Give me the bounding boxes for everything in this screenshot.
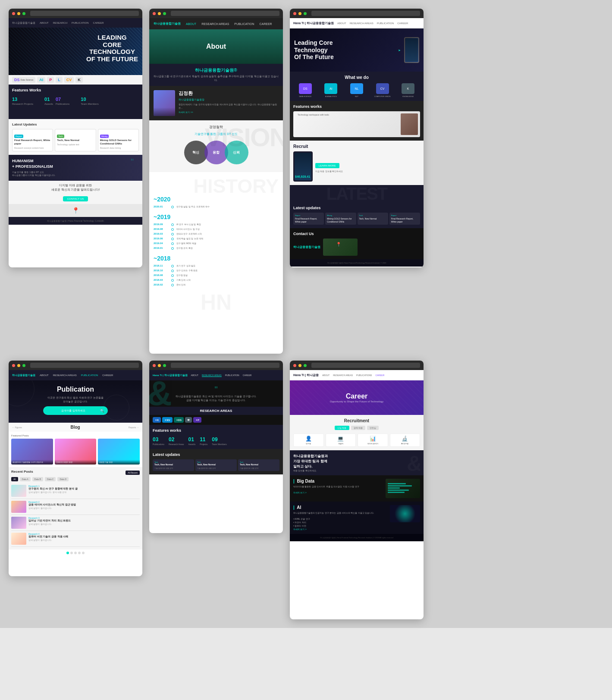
c5-nav-pub[interactable]: PUBLICATION (225, 374, 239, 377)
c2-read-more[interactable]: 자세히 보기 >> (179, 111, 279, 113)
page-dot-2[interactable] (70, 552, 73, 554)
c4-nav-about[interactable]: ABOUT (40, 374, 49, 377)
c2-hero: About (149, 29, 283, 64)
tab-data-d[interactable]: Data D (57, 477, 69, 481)
post-item-2[interactable]: Research 2 금융 데이터 사이언스의 혁신적 접근 방법 상세 설명이… (11, 499, 140, 515)
c2-nav-career[interactable]: CAREER (259, 22, 272, 25)
card-about-page: 하나금융융합기술원 ABOUT RESEARCH AREAS PUBLICATI… (149, 9, 283, 354)
update-card-1[interactable]: Report Final Research Report, White pape… (12, 129, 53, 151)
latest-card-4[interactable]: Report Final Research Report, White pape… (389, 213, 420, 225)
chip-nv-research[interactable]: ⚬NV (162, 417, 172, 423)
c2-nav-research[interactable]: RESEARCH AREAS (201, 22, 229, 25)
card-research-areas: Hana Ti | 하나금융융합기술원 ABOUT RESEARCH AREAS… (149, 361, 283, 533)
ai-more[interactable]: 자세히 보기 > (293, 528, 386, 530)
page-dot-1[interactable] (66, 552, 69, 554)
c2-nav-logo: 하나금융융합기술원 (154, 22, 181, 26)
chip-cv[interactable]: CV (64, 77, 74, 83)
tab-data-a[interactable]: Data A (20, 477, 31, 481)
c6-nav-research[interactable]: RESEARCH AREAS (333, 374, 353, 377)
c6-tab-intern[interactable]: 인턴십 (367, 426, 379, 430)
c6-nav-about[interactable]: ABOUT (322, 374, 330, 377)
featured-post-3[interactable]: 새로운 기술 동향 (98, 439, 140, 465)
page-dot-4[interactable] (78, 552, 81, 554)
c6-nav-career[interactable]: CAREER (375, 374, 384, 377)
c3-recruit-btn[interactable]: LEARN MORE (315, 163, 339, 168)
c3-nav-research[interactable]: RESEARCH AREAS (350, 22, 373, 25)
c6-tab-experienced[interactable]: 경력 채용 (351, 426, 365, 430)
history-bg-text: HISTORY (154, 176, 279, 196)
latest-item-1[interactable]: Tech Tech, New Normal 기술 업데이트 내용 요약 (153, 459, 194, 471)
all-recent-btn[interactable]: All Recent (126, 471, 140, 475)
c4-nav-career[interactable]: CAREER (102, 374, 113, 377)
chip-ai[interactable]: AI (37, 77, 45, 83)
timeline-dot-11 (171, 279, 174, 282)
c4-search-bar[interactable]: 검색어를 입력하세요 🔍 (43, 406, 108, 415)
job-analyst[interactable]: 📊 데이터 분석가 (358, 433, 388, 447)
c5-nav-about[interactable]: ABOUT (191, 374, 198, 377)
vision-bg-text: VISION (205, 122, 283, 152)
update-title-2: Tech, New Normal (57, 139, 94, 142)
update-card-2[interactable]: Tech Tech, New Normal Technology update … (55, 129, 96, 151)
c2-nav-about[interactable]: ABOUT (186, 22, 196, 25)
c2-nav-pub[interactable]: PUBLICATION (234, 22, 254, 25)
recruit-phone-stat: $46,928.41 (295, 175, 310, 178)
featured-post-2[interactable]: 인테리어 트렌드 동향 (55, 439, 97, 465)
tab-data-c[interactable]: Data C (45, 477, 56, 481)
tab-data-b[interactable]: Data B (32, 477, 43, 481)
latest-item-3[interactable]: Tech Tech, New Normal 기술 업데이트 내용 요약 (238, 459, 279, 471)
c3-nav-about[interactable]: ABOUT (337, 22, 346, 25)
c1-nav-career[interactable]: CAREER (93, 22, 104, 24)
post-item-4[interactable]: Research 4 컴퓨터 비전 기술의 금융 적용 사례 상세 설명이 들어… (11, 531, 140, 547)
chip-l[interactable]: L (56, 77, 63, 83)
c4-nav-research[interactable]: RESEARCH AREAS (53, 374, 77, 377)
latest-tag-2: Mining (327, 214, 354, 217)
job-developer[interactable]: 💻 개발자 (326, 433, 356, 447)
chip-ds[interactable]: DS Data Science (12, 77, 35, 83)
c6-hero-title: Career (346, 392, 368, 400)
job-researcher[interactable]: 👤 연구원 (293, 433, 324, 447)
timeline-date-201803: 2018.03 (154, 279, 169, 281)
c5-nav-research[interactable]: RESEARCH AREAS (202, 374, 222, 377)
feat-stat-02: 02 Research Areas (169, 435, 184, 446)
bigdata-more[interactable]: 자세히 보기 > (293, 491, 382, 494)
bigdata-title-text: Big Data (297, 479, 315, 483)
browser-dot-green-4 (22, 364, 25, 367)
post-item-3[interactable]: Research 3 딥러닝 기반 자연어 처리 최신 트렌드 상세 설명이 들… (11, 515, 140, 531)
c3-nav-career[interactable]: CAREER (397, 22, 408, 25)
latest-card-2[interactable]: Mining Mining GOLD Sensors for Condition… (325, 213, 356, 225)
job-ai-researcher[interactable]: 🔬 AI 연구원 (390, 433, 421, 447)
chip-ds-research[interactable]: ⚬DS (174, 417, 184, 423)
latest-item-2[interactable]: Tech Tech, New Normal 기술 업데이트 내용 요약 (195, 459, 237, 471)
c6-tab-new[interactable]: 신입 채용 (335, 426, 349, 430)
chip-p[interactable]: P (47, 77, 54, 83)
post-title-2: 금융 데이터 사이언스의 혁신적 접근 방법 (28, 503, 140, 507)
c1-nav-pub[interactable]: PUBLICATION (72, 22, 89, 24)
c1-nav-research[interactable]: RESEARCH (53, 22, 67, 24)
c4-nav-pub[interactable]: PUBLICATION (81, 374, 98, 377)
page-dot-5[interactable] (82, 552, 85, 554)
latest-card-3[interactable]: Tech Tech, New Normal (358, 213, 388, 225)
update-card-3[interactable]: Mining Mining GOLD Sensors for Condition… (98, 129, 139, 151)
featured-post-1[interactable]: 음성분석의 기술동향을 스피치 관점으로 (11, 439, 53, 465)
latest-item-3-desc: 기술 업데이트 내용 요약 (240, 467, 278, 469)
browser-dot-green (22, 12, 25, 15)
tab-all[interactable]: All (11, 477, 18, 481)
chip-p-research[interactable]: ⚬P (193, 417, 201, 423)
c3-recruit-content: $46,928.41 LEARN MORE 지금 채용 정보를 확인하세요 (293, 151, 420, 182)
page-dot-3[interactable] (74, 552, 77, 554)
service-ds-icon: DS (299, 83, 312, 94)
c6-nav-pub[interactable]: PUBLICATIONS (356, 374, 372, 377)
chip-k-research[interactable]: ⚬K (153, 417, 161, 423)
contact-us-button[interactable]: CONTACT US (63, 196, 88, 201)
chip-k-label: ⚬K (155, 418, 159, 421)
c1-nav-about[interactable]: ABOUT (40, 22, 49, 24)
chip-k[interactable]: K (75, 77, 83, 83)
browser-dot-yellow-2 (158, 12, 161, 15)
c5-nav-career[interactable]: CAREER (243, 374, 252, 377)
post-item-1[interactable]: Research 1 연구원의 최신 AI 연구 동향에 대한 분석 글 상세 … (11, 483, 140, 499)
c3-nav-pub[interactable]: PUBLICATION (377, 22, 394, 25)
latest-card-1[interactable]: Report Final Research Report, White pape… (293, 213, 324, 225)
browser-dot-yellow (17, 12, 20, 15)
latest-item-1-desc: 기술 업데이트 내용 요약 (154, 467, 192, 469)
chip-eye-research[interactable]: 👁 (185, 417, 192, 423)
